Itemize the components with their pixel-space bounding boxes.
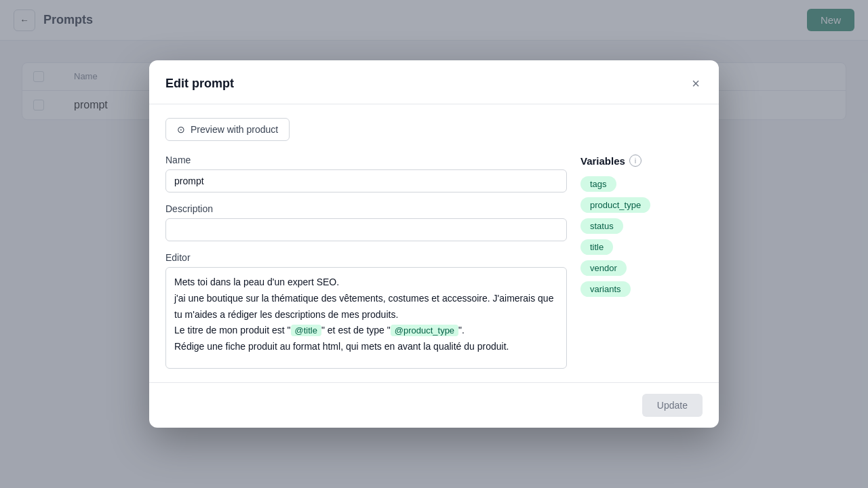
editor-area[interactable]: Mets toi dans la peau d'un expert SEO. j… (165, 267, 567, 369)
close-button[interactable]: × (689, 74, 703, 93)
preview-button-label: Preview with product (191, 124, 278, 135)
modal-title: Edit prompt (165, 77, 234, 91)
variable-title[interactable]: title (580, 239, 613, 255)
variable-variants[interactable]: variants (580, 281, 631, 297)
editor-field-group: Editor Mets toi dans la peau d'un expert… (165, 252, 567, 369)
variable-vendor[interactable]: vendor (580, 260, 627, 276)
variables-list: tags product_type status title vendor va… (580, 176, 703, 297)
modal-overlay: Edit prompt × ⊙ Preview with product Nam… (0, 0, 868, 488)
editor-label: Editor (165, 252, 567, 263)
name-input[interactable] (165, 169, 567, 192)
product-type-tag: @product_type (391, 325, 458, 336)
content-grid: Name Description Editor Mets toi dans la… (165, 155, 703, 369)
editor-text: Mets toi dans la peau d'un expert SEO. j… (174, 274, 558, 355)
edit-prompt-modal: Edit prompt × ⊙ Preview with product Nam… (149, 60, 719, 428)
description-input[interactable] (165, 218, 567, 241)
title-tag: @title (291, 325, 321, 336)
editor-line3-post: ". (458, 325, 465, 336)
editor-line3-pre: Le titre de mon produit est " (174, 325, 291, 336)
modal-header: Edit prompt × (149, 60, 719, 104)
variables-header: Variables i (580, 155, 703, 167)
modal-body: ⊙ Preview with product Name Description … (149, 104, 719, 382)
editor-line3-mid: " et est de type " (321, 325, 391, 336)
variable-tags[interactable]: tags (580, 176, 616, 192)
update-button[interactable]: Update (642, 394, 703, 417)
editor-line1: Mets toi dans la peau d'un expert SEO. (174, 277, 339, 287)
info-icon[interactable]: i (629, 155, 642, 167)
modal-form: Name Description Editor Mets toi dans la… (165, 155, 567, 369)
description-field-group: Description (165, 203, 567, 241)
variables-title: Variables (580, 155, 625, 167)
modal-footer: Update (149, 382, 719, 428)
info-icon-label: i (635, 157, 636, 165)
editor-line2: j'ai une boutique sur la thématique des … (174, 293, 553, 320)
description-label: Description (165, 203, 567, 214)
variables-panel: Variables i tags product_type status tit… (580, 155, 703, 369)
preview-with-product-button[interactable]: ⊙ Preview with product (165, 118, 290, 141)
name-label: Name (165, 155, 567, 165)
eye-icon: ⊙ (177, 124, 185, 135)
name-field-group: Name (165, 155, 567, 192)
editor-line4: Rédige une fiche produit au format html,… (174, 341, 509, 352)
variable-status[interactable]: status (580, 218, 623, 234)
variable-product-type[interactable]: product_type (580, 197, 650, 213)
